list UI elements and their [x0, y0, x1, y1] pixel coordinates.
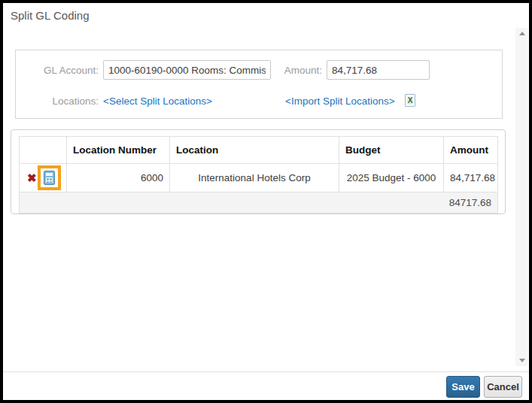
location-cell: International Hotels Corp	[170, 164, 339, 192]
split-locations-table: Location Number Location Budget Amount ✖…	[19, 136, 498, 214]
header-budget: Budget	[339, 137, 444, 164]
vertical-scrollbar[interactable]	[515, 28, 528, 366]
location-number-cell: 6000	[67, 164, 170, 192]
table-header-row: Location Number Location Budget Amount	[20, 137, 498, 164]
table-row: ✖ 6000 International Hotels Corp 2025 Bu…	[20, 164, 498, 192]
page-title: Split GL Coding	[11, 9, 90, 22]
total-amount: 84717.68	[20, 192, 498, 214]
import-split-locations-link[interactable]: <Import Split Locations>	[285, 95, 395, 107]
save-button[interactable]: Save	[446, 376, 480, 398]
amount-cell: 84,717.68	[444, 164, 498, 192]
scroll-down-arrow-icon[interactable]	[519, 359, 525, 362]
header-amount: Amount	[444, 137, 498, 164]
header-location-number: Location Number	[67, 137, 170, 164]
gl-form-panel: GL Account: Amount: Locations: <Select S…	[15, 50, 503, 119]
total-row: 84717.68	[20, 192, 498, 214]
budget-cell: 2025 Budget - 6000	[339, 164, 444, 192]
select-split-locations-link[interactable]: <Select Split Locations>	[103, 95, 212, 107]
gl-account-input[interactable]	[103, 60, 271, 80]
row-actions-cell: ✖	[20, 164, 67, 192]
excel-icon-glyph: X	[407, 97, 414, 105]
cancel-button[interactable]: Cancel	[484, 376, 522, 398]
calculator-highlight-box	[38, 165, 61, 190]
amount-label: Amount:	[281, 65, 322, 76]
split-gl-coding-dialog: Split GL Coding GL Account: Amount: Loca…	[0, 0, 532, 403]
locations-label: Locations:	[16, 95, 99, 107]
scroll-up-arrow-icon[interactable]	[519, 32, 525, 35]
gl-account-label: GL Account:	[16, 65, 99, 76]
calculator-icon[interactable]	[44, 171, 55, 185]
footer-divider	[3, 371, 529, 372]
excel-import-icon[interactable]: X	[405, 94, 415, 107]
header-location: Location	[170, 137, 339, 164]
header-icons	[20, 137, 67, 164]
amount-input[interactable]	[327, 60, 430, 80]
split-locations-panel: Location Number Location Budget Amount ✖…	[11, 129, 506, 214]
delete-row-icon[interactable]: ✖	[27, 172, 37, 183]
